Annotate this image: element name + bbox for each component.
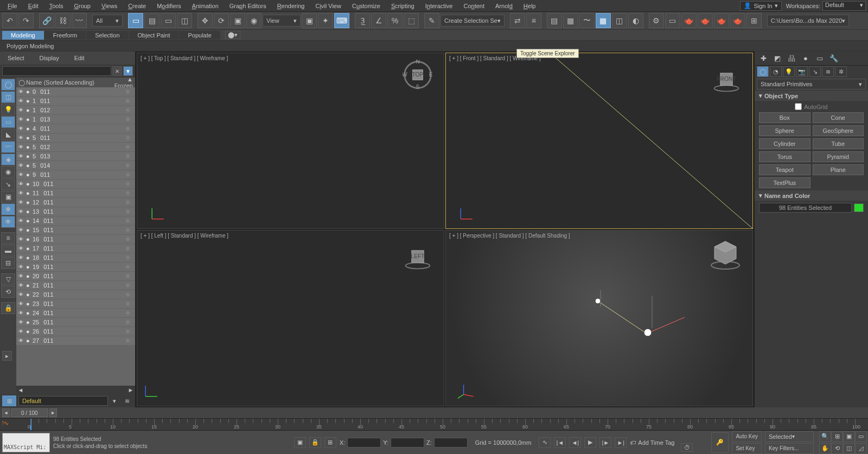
object-type-button[interactable]: Cylinder <box>759 138 810 149</box>
menu-rendering[interactable]: Rendering <box>272 2 310 10</box>
autokey-button[interactable]: Auto Key <box>732 431 762 442</box>
layer-explorer-button[interactable]: ▤ <box>547 13 562 28</box>
menu-help[interactable]: Help <box>518 2 541 10</box>
table-row[interactable]: 👁●20011❄ <box>16 272 135 281</box>
ribbon-sub-label[interactable]: Polygon Modeling <box>7 43 54 49</box>
display-lights-icon[interactable]: 💡 <box>1 104 15 116</box>
next-frame-button[interactable]: ► <box>49 408 57 417</box>
add-time-tag[interactable]: Add Time Tag <box>638 439 674 446</box>
scale-button[interactable]: ▣ <box>230 13 245 28</box>
object-type-button[interactable]: Sphere <box>759 125 810 136</box>
current-frame-input[interactable] <box>681 433 708 442</box>
menu-civil[interactable]: Civil View <box>310 2 347 10</box>
z-coord-input[interactable] <box>434 438 468 447</box>
lock-selection-button[interactable]: 🔒 <box>309 437 321 448</box>
menu-modifiers[interactable]: Modifiers <box>151 2 187 10</box>
object-type-button[interactable]: GeoSphere <box>813 125 864 136</box>
setkey-button[interactable]: Set Key <box>732 443 762 454</box>
select-by-name-button[interactable]: ▤ <box>144 13 159 28</box>
menu-edit[interactable]: Edit <box>23 2 44 10</box>
table-row[interactable]: 👁●19011❄ <box>16 263 135 272</box>
expand-explorer-button[interactable]: ▸ <box>2 351 12 361</box>
table-row[interactable]: 👁●26011❄ <box>16 327 135 336</box>
table-row[interactable]: 👁●9011❄ <box>16 170 135 180</box>
display-frozen-icon[interactable]: ❄ <box>1 203 15 215</box>
table-row[interactable]: 👁●1012❄ <box>16 106 135 115</box>
create-tab-icon[interactable]: ✚ <box>757 53 770 65</box>
utilities-tab-icon[interactable]: 🔧 <box>827 53 840 65</box>
color-swatch[interactable] <box>854 203 864 212</box>
key-toggle-icon[interactable]: !∿ <box>2 420 9 427</box>
shapes-cat-icon[interactable]: ◔ <box>770 66 782 77</box>
object-type-button[interactable]: Torus <box>759 151 810 162</box>
display-tab-icon[interactable]: ▭ <box>813 53 826 65</box>
menu-interactive[interactable]: Interactive <box>420 2 458 10</box>
table-row[interactable]: 👁●12011❄ <box>16 198 135 207</box>
render-activeshade-button[interactable]: 🫖 <box>714 13 729 28</box>
menu-arnold[interactable]: Arnold <box>490 2 518 10</box>
angle-snap-button[interactable]: ∠ <box>371 13 386 28</box>
chevron-down-icon[interactable]: ▾ <box>110 398 119 405</box>
menu-tools[interactable]: Tools <box>44 2 69 10</box>
table-row[interactable]: 👁●1013❄ <box>16 115 135 124</box>
tab-freeform[interactable]: Freeform <box>44 31 86 40</box>
viewcube-left[interactable]: LEFT <box>403 241 433 272</box>
maximize-viewport-button[interactable]: ◫ <box>843 443 855 454</box>
placement-button[interactable]: ◉ <box>246 13 261 28</box>
curve-editor-button[interactable]: 〜 <box>579 13 595 28</box>
layer-select[interactable]: Default <box>18 396 108 406</box>
pan-button[interactable]: ✋ <box>819 443 831 454</box>
cameras-cat-icon[interactable]: 📷 <box>796 66 808 77</box>
chevron-down-icon[interactable]: ⬤▾ <box>225 31 240 39</box>
key-filter-selected[interactable]: Selected ▾ <box>765 431 814 442</box>
goto-end-button[interactable]: ►| <box>615 437 627 448</box>
viewport-top[interactable]: [ + ] [ Top ] [ Standard ] [ Wireframe ]… <box>137 53 444 229</box>
display-all-icon[interactable]: ◯ <box>1 79 15 91</box>
zoom-all-button[interactable]: ⊞ <box>831 431 843 442</box>
viewport-left[interactable]: [ + ] [ Left ] [ Standard ] [ Wireframe … <box>137 230 444 406</box>
tab-object-paint[interactable]: Object Paint <box>129 31 179 40</box>
hierarchy-tab-icon[interactable]: 品 <box>785 53 798 65</box>
anim-key-toggle[interactable]: ∿ <box>539 437 551 448</box>
table-row[interactable]: 👁●21011❄ <box>16 281 135 290</box>
viewport-perspective[interactable]: [ + ] [ Perspective ] [ Standard ] [ Def… <box>445 230 753 406</box>
named-selection-set[interactable]: Create Selection Se▾ <box>441 15 505 27</box>
helpers-cat-icon[interactable]: ↘ <box>809 66 821 77</box>
rect-region-button[interactable]: ▭ <box>161 13 176 28</box>
se-search-input[interactable] <box>2 66 111 76</box>
table-row[interactable]: 👁●25011❄ <box>16 318 135 327</box>
viewcube-front[interactable]: FRONT <box>711 64 742 94</box>
spinner-snap-button[interactable]: ⬚ <box>404 13 419 28</box>
object-type-button[interactable]: Plane <box>813 164 864 175</box>
se-rows[interactable]: 👁●0011❄👁●1011❄👁●1012❄👁●1013❄👁●4011❄👁●501… <box>16 87 135 386</box>
material-editor-button[interactable]: ◐ <box>628 13 643 28</box>
play-button[interactable]: ▶ <box>584 437 596 448</box>
sign-in-button[interactable]: 👤 Sign In ▾ <box>740 1 781 11</box>
next-key-button[interactable]: |► <box>599 437 611 448</box>
table-row[interactable]: 👁●16011❄ <box>16 235 135 244</box>
time-slider[interactable]: ◄ 0 / 100 ► <box>0 407 868 418</box>
prev-key-button[interactable]: ◄| <box>569 437 581 448</box>
object-type-rollout[interactable]: ▾Object Type <box>755 91 868 101</box>
move-button[interactable]: ✥ <box>197 13 213 28</box>
key-mode-button[interactable]: 🔑 <box>711 432 729 453</box>
zoom-region-button[interactable]: ▭ <box>855 431 867 442</box>
zoom-extents-button[interactable]: ▣ <box>843 431 855 442</box>
link-button[interactable]: 🔗 <box>39 13 54 28</box>
table-row[interactable]: 👁●23011❄ <box>16 299 135 309</box>
snap-toggle-button[interactable]: 3̲ <box>355 13 370 28</box>
display-spacewarps-icon[interactable]: ◈ <box>1 154 15 165</box>
redo-button[interactable]: ↷ <box>18 13 34 28</box>
ref-coord-system[interactable]: View▾ <box>263 15 301 27</box>
viewport-front[interactable]: [ + ] [ Front ] [ Standard ] [ Wireframe… <box>445 53 753 229</box>
selection-filter[interactable]: All▾ <box>92 15 123 27</box>
viewport-layout-icon[interactable]: ⊞ <box>2 395 16 406</box>
list-view-icon[interactable]: ≡ <box>1 232 15 244</box>
manipulate-button[interactable]: ✦ <box>318 13 333 28</box>
display-helpers-icon[interactable]: 〰 <box>1 141 15 153</box>
key-filters-button[interactable]: Key Filters... <box>765 443 814 454</box>
mirror-button[interactable]: ⇄ <box>510 13 525 28</box>
object-type-button[interactable]: Pyramid <box>813 151 864 162</box>
display-geometry-icon[interactable]: ◫ <box>1 91 15 103</box>
modify-tab-icon[interactable]: ◩ <box>771 53 784 65</box>
